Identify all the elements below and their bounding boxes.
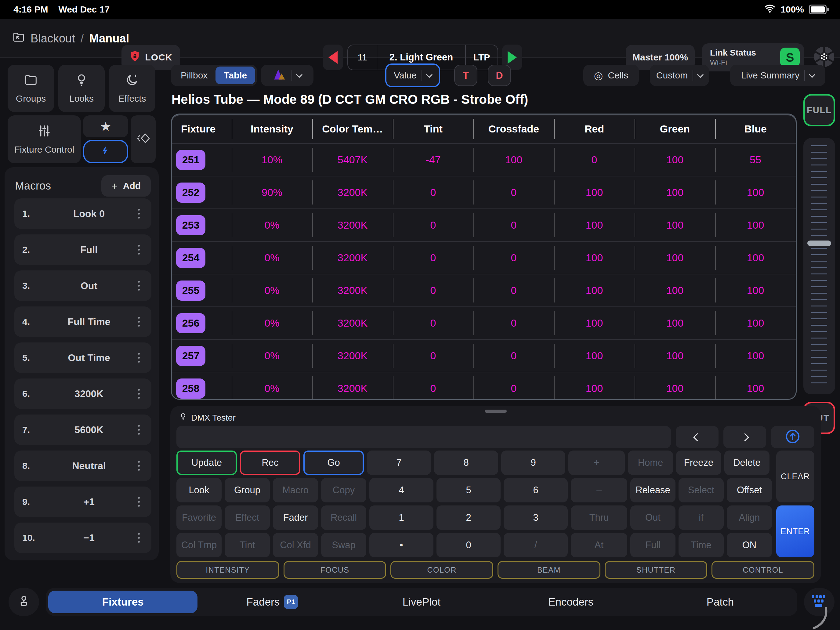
table-cell-color-tem[interactable]: 3200K — [312, 382, 393, 394]
key-rec[interactable]: Rec — [240, 450, 300, 475]
nav-item-patch[interactable]: Patch — [646, 591, 795, 613]
table-cell-color-tem[interactable]: 3200K — [312, 350, 393, 362]
macro-item[interactable]: 1.Look 0 — [14, 198, 152, 229]
live-summary-dropdown[interactable]: Live Summary — [730, 65, 825, 86]
table-cell-crossfade[interactable]: 0 — [474, 317, 554, 329]
macro-item[interactable]: 3.Out — [14, 270, 152, 301]
macro-menu-button[interactable] — [134, 497, 144, 507]
table-cell-red[interactable]: 100 — [554, 219, 635, 231]
key-5[interactable]: 5 — [436, 478, 501, 502]
key-offset[interactable]: Offset — [727, 478, 772, 502]
enter-button[interactable]: ENTER — [776, 505, 814, 557]
value-dropdown[interactable]: Value — [385, 63, 440, 87]
key-macro[interactable]: Macro — [273, 478, 318, 502]
table-cell-intensity[interactable]: 0% — [232, 382, 312, 394]
table-cell-blue[interactable]: 100 — [715, 350, 796, 362]
key-if[interactable]: if — [679, 505, 724, 530]
key-recall[interactable]: Recall — [321, 505, 366, 530]
table-cell-intensity[interactable]: 0% — [232, 284, 312, 296]
key-col-xfd[interactable]: Col Xfd — [273, 533, 318, 557]
key-dot[interactable]: • — [369, 533, 433, 557]
key-minus[interactable]: – — [571, 478, 627, 502]
table-cell-blue[interactable]: 100 — [715, 284, 796, 296]
table-row[interactable]: 2560%3200K00100100100 — [172, 306, 796, 339]
sidebar-effects-button[interactable]: Effects — [109, 65, 155, 112]
key-on[interactable]: ON — [727, 533, 772, 557]
encoder-button-control[interactable]: CONTROL — [712, 561, 814, 579]
nav-item-liveplot[interactable]: LivePlot — [347, 591, 496, 613]
macro-item[interactable]: 2.Full — [14, 234, 152, 265]
fixture-badge[interactable]: 254 — [176, 248, 205, 268]
nav-item-faders[interactable]: FadersP1 — [197, 591, 347, 613]
macro-item[interactable]: 7.5600K — [14, 415, 152, 445]
table-cell-green[interactable]: 100 — [635, 284, 715, 296]
macro-menu-button[interactable] — [134, 281, 144, 291]
sidebar-fixture-control-button[interactable]: Fixture Control — [8, 115, 81, 163]
table-cell-intensity[interactable]: 0% — [232, 252, 312, 264]
key-7[interactable]: 7 — [367, 450, 431, 475]
table-row[interactable]: 2570%3200K00100100100 — [172, 339, 796, 372]
table-row[interactable]: 2530%3200K00100100100 — [172, 208, 796, 241]
nav-item-encoders[interactable]: Encoders — [496, 591, 646, 613]
table-cell-tint[interactable]: 0 — [393, 382, 474, 394]
dmx-command-input[interactable] — [177, 426, 671, 448]
macro-menu-button[interactable] — [134, 209, 144, 219]
encoder-button-color[interactable]: COLOR — [390, 561, 493, 579]
macro-menu-button[interactable] — [134, 425, 144, 435]
table-cell-green[interactable]: 100 — [635, 382, 715, 394]
fixture-badge[interactable]: 258 — [176, 379, 205, 399]
key-update[interactable]: Update — [177, 450, 237, 475]
table-cell-red[interactable]: 0 — [554, 154, 635, 166]
sidebar-effects-stack-button[interactable] — [131, 115, 156, 163]
key-0[interactable]: 0 — [436, 533, 501, 557]
table-cell-green[interactable]: 100 — [635, 317, 715, 329]
grandmaster-fader[interactable] — [804, 138, 835, 394]
table-row[interactable]: 2580%3200K00100100100 — [172, 372, 796, 400]
table-cell-color-tem[interactable]: 3200K — [312, 219, 393, 231]
folder-export-icon[interactable] — [12, 31, 25, 46]
table-cell-crossfade[interactable]: 0 — [474, 252, 554, 264]
table-cell-tint[interactable]: 0 — [393, 317, 474, 329]
table-cell-color-tem[interactable]: 3200K — [312, 252, 393, 264]
table-cell-blue[interactable]: 55 — [715, 154, 796, 166]
fixture-badge[interactable]: 256 — [176, 313, 205, 333]
table-cell-crossfade[interactable]: 0 — [474, 350, 554, 362]
key-copy[interactable]: Copy — [321, 478, 366, 502]
table-cell-crossfade[interactable]: 0 — [474, 186, 554, 198]
sidebar-quick-actions-button[interactable] — [83, 140, 128, 163]
key-align[interactable]: Align — [727, 505, 772, 530]
table-cell-tint[interactable]: 0 — [393, 350, 474, 362]
table-tab[interactable]: Table — [215, 66, 255, 84]
key-fader[interactable]: Fader — [273, 505, 318, 530]
table-cell-red[interactable]: 100 — [554, 186, 635, 198]
table-cell-green[interactable]: 100 — [635, 252, 715, 264]
full-button[interactable]: FULL — [804, 94, 835, 126]
key-favorite[interactable]: Favorite — [177, 505, 222, 530]
fixture-badge[interactable]: 251 — [176, 150, 205, 170]
table-cell-green[interactable]: 100 — [635, 154, 715, 166]
macro-item[interactable]: 4.Full Time — [14, 306, 152, 337]
key-2[interactable]: 2 — [436, 505, 501, 530]
macro-menu-button[interactable] — [134, 461, 144, 471]
key-select[interactable]: Select — [679, 478, 724, 502]
encoder-button-shutter[interactable]: SHUTTER — [605, 561, 707, 579]
macro-menu-button[interactable] — [134, 533, 144, 543]
key-look[interactable]: Look — [177, 478, 222, 502]
macro-menu-button[interactable] — [134, 245, 144, 254]
key-plus[interactable]: + — [568, 450, 625, 475]
add-macro-button[interactable]: + Add — [101, 175, 151, 197]
table-cell-intensity[interactable]: 90% — [232, 186, 312, 198]
encoder-button-beam[interactable]: BEAM — [497, 561, 600, 579]
cue-back-button[interactable] — [323, 44, 343, 70]
macro-item[interactable]: 5.Out Time — [14, 343, 152, 373]
table-cell-tint[interactable]: 0 — [393, 252, 474, 264]
cells-button[interactable]: ◎ Cells — [583, 65, 639, 86]
macro-menu-button[interactable] — [134, 317, 144, 327]
sidebar-looks-button[interactable]: Looks — [58, 65, 105, 112]
encoder-button-intensity[interactable]: INTENSITY — [177, 561, 279, 579]
key-4[interactable]: 4 — [369, 478, 433, 502]
macro-menu-button[interactable] — [134, 353, 144, 363]
table-cell-green[interactable]: 100 — [635, 219, 715, 231]
key-group[interactable]: Group — [225, 478, 270, 502]
joystick-button[interactable] — [9, 588, 39, 616]
